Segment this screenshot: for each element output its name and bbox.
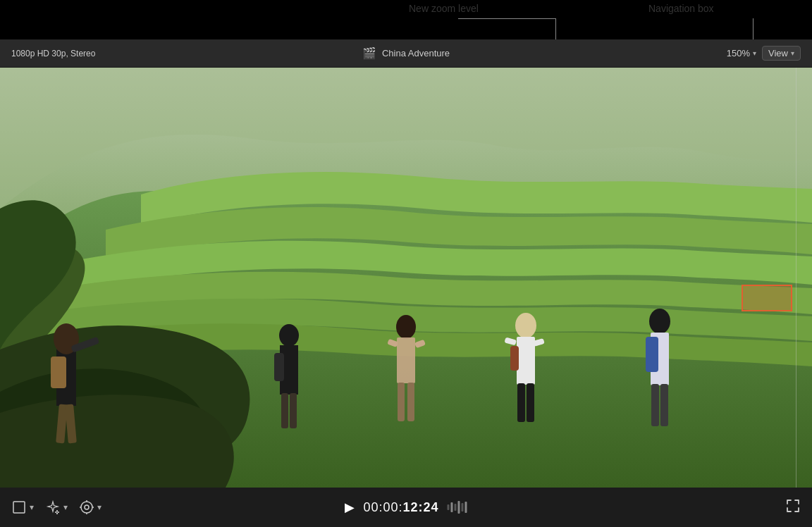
stabilize-button[interactable]: ▾ [79,500,102,515]
svg-rect-11 [290,393,297,428]
clapboard-icon: 🎬 [362,46,376,60]
fullscreen-button[interactable] [785,498,801,517]
svg-point-7 [279,324,299,347]
stabilize-dropdown: ▾ [97,502,102,512]
nav-line-vertical [753,18,753,39]
video-info: 1080p HD 30p, Stereo [11,49,95,58]
bottom-left-controls: ▾ ▾ ▾ [11,500,102,515]
svg-point-12 [396,315,416,339]
svg-point-31 [81,502,92,513]
svg-rect-15 [407,383,414,421]
zoom-level-annotation: New zoom level [409,3,479,14]
navigation-box[interactable] [742,285,792,311]
enhance-dropdown: ▾ [63,502,68,512]
video-area [0,68,812,488]
zoom-dropdown-arrow: ▾ [753,49,756,57]
view-button[interactable]: View ▾ [762,46,801,61]
crop-button[interactable]: ▾ [11,500,34,515]
svg-rect-10 [281,393,288,428]
crop-dropdown: ▾ [30,502,34,512]
svg-rect-22 [527,383,534,422]
bottom-center-controls: ▶ 00:00:12:24 [345,500,467,515]
project-title: China Adventure [382,48,450,58]
svg-rect-19 [517,337,535,385]
svg-rect-21 [517,383,525,422]
terrain-svg [0,68,812,488]
svg-rect-14 [398,383,405,421]
bottom-controls: ▾ ▾ ▾ ▶ 00:00:12:24 [0,488,812,527]
bottom-right-controls [785,498,801,517]
toolbar-right: 150% ▾ View ▾ [727,46,801,61]
svg-rect-28 [651,384,659,426]
enhance-button[interactable]: ▾ [45,500,68,515]
audio-bar-4 [458,501,460,514]
zoom-control[interactable]: 150% ▾ [727,48,756,58]
timecode: 00:00:12:24 [363,500,438,515]
timecode-value: 12:24 [403,500,439,514]
enhance-icon [45,500,61,515]
fullscreen-icon [785,498,801,514]
stabilize-icon [79,500,94,515]
svg-rect-29 [660,384,668,426]
toolbar: 1080p HD 30p, Stereo 🎬 China Adventure 1… [0,39,812,68]
svg-rect-27 [646,337,658,372]
svg-rect-30 [13,502,25,513]
svg-rect-4 [51,356,66,388]
audio-bar-2 [451,502,453,512]
svg-rect-9 [274,353,284,381]
play-button[interactable]: ▶ [345,500,355,515]
nav-box-annotation: Navigation box [648,3,714,14]
right-edge-line [796,68,796,488]
audio-bars [448,500,467,514]
toolbar-left: 1080p HD 30p, Stereo [11,49,95,58]
video-background [0,68,812,488]
zoom-line-horizontal [458,18,556,19]
audio-bar-3 [455,504,457,511]
svg-point-32 [85,505,89,509]
timecode-prefix: 00:00: [363,500,402,514]
svg-point-25 [649,309,670,334]
zoom-value: 150% [727,48,750,58]
toolbar-center: 🎬 China Adventure [362,46,450,60]
annotation-area: New zoom level Navigation box [0,0,812,39]
svg-point-18 [515,313,536,338]
audio-bar-5 [462,503,464,512]
view-dropdown-arrow: ▾ [791,49,794,57]
audio-bar-6 [465,502,467,513]
view-label: View [768,48,788,58]
zoom-line-vertical [555,18,556,39]
audio-bar-1 [448,504,450,510]
crop-icon [11,500,27,515]
svg-rect-13 [397,337,415,383]
svg-rect-20 [510,346,519,371]
